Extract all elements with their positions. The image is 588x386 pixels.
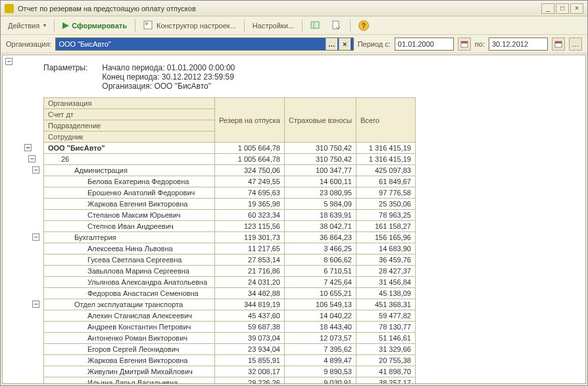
cell-value: 31 329,66 [356,344,415,355]
cell-value: 7 395,62 [284,344,356,355]
cell-value: 156 165,96 [356,232,415,243]
org-label: Организация: [6,40,51,48]
svg-rect-9 [555,41,562,43]
col-account: Счет дт [44,109,215,120]
row-label: Федорова Анастасия Семеновна [87,289,199,297]
org-clear-button[interactable]: × [339,38,351,50]
minimize-button[interactable]: _ [541,3,554,14]
cell-value: 19 365,98 [215,199,285,210]
cell-value: 18 639,91 [284,210,356,221]
settings-button[interactable]: Настройки... [248,20,299,32]
row-label: Андреев Константин Петрович [87,323,191,331]
table-row[interactable]: Андреев Константин Петрович59 687,3818 4… [44,322,416,333]
cell-value: 78 963,25 [356,210,415,221]
cell-value: 32 008,17 [215,366,285,377]
org-select-button[interactable]: … [326,38,337,50]
table-row[interactable]: −Бухгалтерия119 301,7336 864,23156 165,9… [44,232,416,243]
cell-value: 18 443,40 [284,322,356,333]
table-row[interactable]: Антоненко Роман Викторович39 073,0412 07… [44,333,416,344]
svg-rect-7 [461,41,468,43]
outline-toggle[interactable]: − [32,233,39,241]
org-input[interactable]: ООО "БисАвто" … × [55,37,353,51]
cell-value: 425 097,83 [356,165,415,176]
cell-value: 15 855,91 [215,355,285,366]
window-title: Отчет по резервам на предстоящую оплату … [18,5,541,12]
col-employee: Сотрудник [44,132,215,143]
report-area[interactable]: − Параметры: Начало периода: 01.01.2000 … [2,55,586,384]
table-row[interactable]: Ильина Дарья Васильевна29 226,269 030,91… [44,377,416,385]
cell-value: 47 249,55 [215,176,285,187]
period-from-input[interactable]: 01.01.2000 [395,37,454,51]
table-row[interactable]: Степанов Максим Юрьевич60 323,3418 639,9… [44,210,416,221]
outline-toggle[interactable]: − [32,301,39,308]
row-label: Жаркова Евгения Викторовна [87,356,188,364]
actions-menu[interactable]: Действия ▾ [3,20,51,32]
row-label: Алексеева Нина Львовна [87,245,173,253]
period-more-button[interactable]: … [569,37,582,51]
outline-toggle[interactable]: − [32,166,39,174]
cell-value: 23 080,95 [284,187,356,199]
table-row[interactable]: Жаркова Евгения Викторовна19 365,985 984… [44,199,416,210]
cell-value: 27 853,14 [215,254,285,266]
constructor-button[interactable]: Конструктор настроек... [139,18,241,33]
table-row[interactable]: Ерошенко Анатолий Федорович74 695,6323 0… [44,187,416,199]
cell-value: 1 005 664,78 [215,143,285,154]
cell-value: 97 776,58 [356,187,415,199]
row-label: Степанов Максим Юрьевич [87,211,181,219]
col-insurance: Страховые взносы [284,98,356,143]
cell-value: 45 437,60 [215,310,285,322]
table-row[interactable]: Федорова Анастасия Семеновна34 482,8810 … [44,288,416,299]
cell-value: 161 158,27 [356,221,415,232]
close-button[interactable]: × [570,3,583,14]
table-row[interactable]: −261 005 664,78310 750,421 316 415,19 [44,154,416,165]
table-row[interactable]: Завьялова Марина Сергеевна21 716,866 710… [44,266,416,277]
help-button[interactable]: ? [354,18,374,33]
row-label: 26 [61,155,69,163]
cell-value: 45 138,09 [356,288,415,299]
row-label: Антоненко Роман Викторович [87,334,187,342]
calendar-icon [460,40,468,48]
table-row[interactable]: Егоров Сергей Леонидович23 934,047 395,6… [44,344,416,355]
period-from-label: Период с: [358,40,391,48]
table-row[interactable]: Белова Екатерина Федоровна47 249,5514 60… [44,176,416,187]
table-row[interactable]: −ООО "БисАвто"1 005 664,78310 750,421 31… [44,143,416,154]
outline-toggle[interactable]: − [5,58,12,65]
cell-value: 60 323,34 [215,210,285,221]
maximize-button[interactable]: □ [556,3,569,14]
cell-value: 36 864,23 [284,232,356,243]
table-row[interactable]: Гусева Светлана Сергеевна27 853,148 606,… [44,254,416,266]
tool-icon-2[interactable] [327,18,347,33]
row-label: Белова Екатерина Федоровна [87,178,189,185]
cell-value: 78 130,77 [356,322,415,333]
cell-value: 3 466,25 [284,243,356,254]
row-label: Ильина Дарья Васильевна [87,379,178,384]
row-label: Ерошенко Анатолий Федорович [87,189,195,197]
form-button[interactable]: Сформировать [58,20,132,32]
table-row[interactable]: Ульянова Александра Анатольевна24 031,20… [44,277,416,288]
table-row[interactable]: Степнов Иван Андреевич123 115,5638 042,7… [44,221,416,232]
cell-value: 20 755,38 [356,355,415,366]
period-to-input[interactable]: 30.12.2012 [489,37,548,51]
outline-toggle[interactable]: − [28,155,36,162]
table-row[interactable]: Алехин Станислав Алексеевич45 437,6014 0… [44,310,416,322]
calendar-icon [554,40,562,48]
report-table: Организация Резерв на отпуска Страховые … [43,97,416,384]
table-row[interactable]: Алексеева Нина Львовна11 217,653 466,251… [44,243,416,254]
table-row[interactable]: Живулин Дмитрий Михайлович32 008,179 890… [44,366,416,377]
table-row[interactable]: Жаркова Евгения Викторовна15 855,914 899… [44,355,416,366]
period-to-calendar[interactable] [552,37,565,51]
table-row[interactable]: −Отдел эксплуатации транспорта344 819,19… [44,299,416,310]
cell-value: 1 005 664,78 [215,154,285,165]
cell-value: 451 368,31 [356,299,415,310]
row-label: Степнов Иван Андреевич [87,222,174,230]
tool-icon-1[interactable] [306,18,326,33]
cell-value: 59 477,82 [356,310,415,322]
wizard-icon [143,20,154,31]
cell-value: 10 655,21 [284,288,356,299]
cell-value: 1 316 415,19 [356,154,415,165]
period-from-calendar[interactable] [458,37,471,51]
table-row[interactable]: −Администрация324 750,06100 347,77425 09… [44,165,416,176]
row-label: ООО "БисАвто" [48,144,105,152]
document-icon [331,20,342,31]
outline-toggle[interactable]: − [24,144,32,151]
